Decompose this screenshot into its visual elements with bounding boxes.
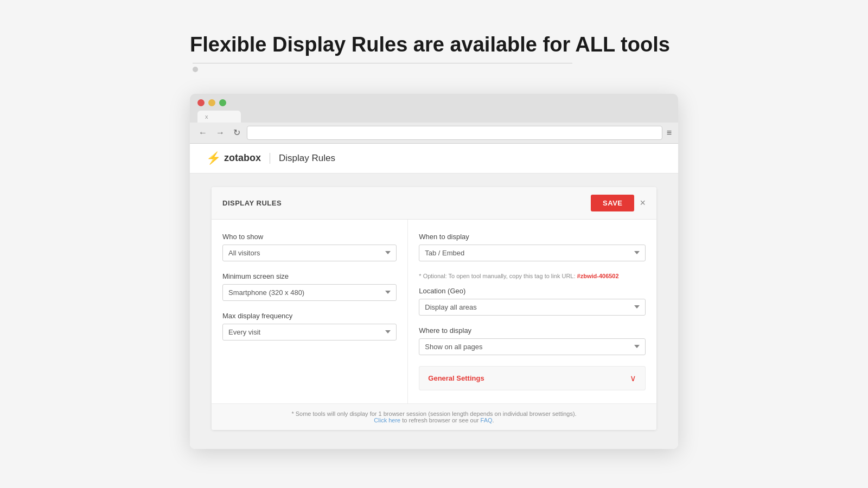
browser-tab[interactable]: x <box>197 111 241 123</box>
app-header: ⚡ zotabox Display Rules <box>190 144 678 174</box>
logo-icon: ⚡ <box>206 151 221 165</box>
when-to-display-label: When to display <box>419 233 646 241</box>
card-body: Who to show All visitors New visitors Re… <box>212 220 656 403</box>
frequency-select[interactable]: Every visit Once per session Once per da… <box>222 324 397 341</box>
zotabox-logo: ⚡ zotabox <box>206 151 261 165</box>
geo-location-select[interactable]: Display all areas Specific countries Spe… <box>419 299 646 316</box>
browser-content: ⚡ zotabox Display Rules DISPLAY RULES SA… <box>190 144 678 449</box>
title-underline <box>193 63 572 63</box>
page-title: Flexible Display Rules are available for… <box>190 33 678 57</box>
frequency-label: Max display frequency <box>222 312 397 320</box>
who-to-show-select[interactable]: All visitors New visitors Returning visi… <box>222 245 397 261</box>
when-to-display-select[interactable]: Tab / Embed Immediately After delay On e… <box>419 245 646 261</box>
card-footer: * Some tools will only display for 1 bro… <box>212 403 656 430</box>
card-header: DISPLAY RULES SAVE × <box>212 187 656 220</box>
general-settings-label: General Settings <box>428 374 484 382</box>
footer-click-here-link[interactable]: Click here <box>374 417 400 423</box>
traffic-light-red[interactable] <box>197 99 205 106</box>
geo-location-group: Location (Geo) Display all areas Specifi… <box>419 287 646 316</box>
browser-menu-icon[interactable]: ≡ <box>667 128 672 138</box>
logo-text: zotabox <box>224 152 261 164</box>
frequency-group: Max display frequency Every visit Once p… <box>222 312 397 341</box>
reload-button[interactable]: ↻ <box>231 126 242 139</box>
card-right-panel: When to display Tab / Embed Immediately … <box>408 220 656 403</box>
optional-note-text: * Optional: To open tool manually, copy … <box>419 273 575 279</box>
address-bar[interactable] <box>247 126 662 140</box>
when-to-display-group: When to display Tab / Embed Immediately … <box>419 233 646 261</box>
tab-close-icon[interactable]: x <box>205 113 208 120</box>
back-button[interactable]: ← <box>196 127 209 139</box>
browser-window: x ← → ↻ ≡ ⚡ zotabox Display Rules <box>190 94 678 449</box>
who-to-show-label: Who to show <box>222 233 397 241</box>
footer-note-text: * Some tools will only display for 1 bro… <box>291 410 576 417</box>
footer-end: . <box>493 417 494 423</box>
geo-location-label: Location (Geo) <box>419 287 646 295</box>
who-to-show-group: Who to show All visitors New visitors Re… <box>222 233 397 261</box>
card-title: DISPLAY RULES <box>222 199 282 207</box>
where-to-display-group: Where to display Show on all pages Show … <box>419 326 646 355</box>
browser-tabs-row: x <box>197 111 671 123</box>
optional-note: * Optional: To open tool manually, copy … <box>419 272 646 280</box>
browser-chrome: x <box>190 94 678 123</box>
save-button[interactable]: SAVE <box>591 195 634 211</box>
where-to-display-select[interactable]: Show on all pages Show on specific pages… <box>419 338 646 355</box>
traffic-lights <box>197 99 671 106</box>
chevron-down-icon: ∨ <box>630 373 636 383</box>
display-rules-card: DISPLAY RULES SAVE × Who to show <box>212 187 656 430</box>
footer-note: * Some tools will only display for 1 bro… <box>222 410 646 423</box>
browser-toolbar: ← → ↻ ≡ <box>190 123 678 144</box>
card-left-panel: Who to show All visitors New visitors Re… <box>212 220 408 403</box>
forward-button[interactable]: → <box>214 127 227 139</box>
where-to-display-label: Where to display <box>419 326 646 335</box>
card-actions: SAVE × <box>591 195 646 211</box>
header-page-title: Display Rules <box>279 153 335 164</box>
header-separator <box>270 153 270 164</box>
traffic-light-yellow[interactable] <box>208 99 215 106</box>
footer-link-suffix: to refresh browser or see our <box>400 417 480 423</box>
screen-size-label: Minimum screen size <box>222 272 397 280</box>
headline-section: Flexible Display Rules are available for… <box>190 33 678 72</box>
link-tag: #zbwid-406502 <box>577 273 619 279</box>
general-settings-row[interactable]: General Settings ∨ <box>419 366 646 390</box>
dot-indicator <box>193 67 198 72</box>
display-rules-container: DISPLAY RULES SAVE × Who to show <box>190 174 678 449</box>
screen-size-select[interactable]: Smartphone (320 x 480) Tablet (768 x 102… <box>222 284 397 301</box>
footer-faq-link[interactable]: FAQ <box>481 417 493 423</box>
close-button[interactable]: × <box>640 198 646 208</box>
traffic-light-green[interactable] <box>219 99 226 106</box>
screen-size-group: Minimum screen size Smartphone (320 x 48… <box>222 272 397 301</box>
page-wrapper: Flexible Display Rules are available for… <box>0 0 868 488</box>
